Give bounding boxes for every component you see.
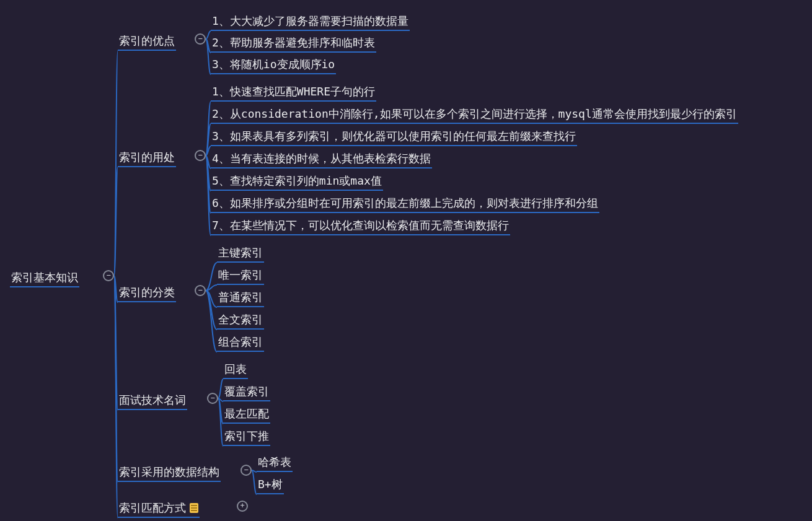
leaf-node-3-1[interactable]: 覆盖索引 — [223, 383, 270, 401]
leaf-node-1-1[interactable]: 2、从consideration中消除行,如果可以在多个索引之间进行选择，mys… — [211, 105, 738, 124]
branch-node-3[interactable]: 面试技术名词 — [118, 392, 187, 410]
leaf-node-3-2[interactable]: 最左匹配 — [223, 405, 270, 424]
branch-toggle-4[interactable]: − — [241, 465, 252, 476]
branch-node-2[interactable]: 索引的分类 — [118, 284, 176, 302]
branch-toggle-3[interactable]: − — [207, 393, 218, 404]
branch-toggle-1[interactable]: − — [195, 150, 206, 161]
root-node[interactable]: 索引基本知识 — [10, 269, 79, 287]
leaf-node-3-0[interactable]: 回表 — [223, 361, 248, 379]
leaf-node-2-2[interactable]: 普通索引 — [217, 289, 264, 307]
leaf-node-1-5[interactable]: 6、如果排序或分组时在可用索引的最左前缀上完成的，则对表进行排序和分组 — [211, 195, 599, 213]
leaf-node-2-3[interactable]: 全文索引 — [217, 311, 264, 330]
note-icon[interactable] — [190, 503, 198, 513]
branch-node-4[interactable]: 索引采用的数据结构 — [118, 463, 221, 482]
connector-lines — [0, 0, 812, 521]
leaf-node-1-6[interactable]: 7、在某些情况下，可以优化查询以检索值而无需查询数据行 — [211, 217, 510, 235]
branch-node-5[interactable]: 索引匹配方式 — [118, 499, 200, 518]
leaf-node-2-4[interactable]: 组合索引 — [217, 333, 264, 352]
leaf-node-0-0[interactable]: 1、大大减少了服务器需要扫描的数据量 — [211, 12, 410, 31]
leaf-node-1-2[interactable]: 3、如果表具有多列索引，则优化器可以使用索引的任何最左前缀来查找行 — [211, 128, 577, 146]
branch-toggle-5[interactable]: + — [237, 501, 248, 512]
leaf-node-4-0[interactable]: 哈希表 — [257, 453, 293, 472]
branch-node-0[interactable]: 索引的优点 — [118, 32, 176, 51]
leaf-node-0-2[interactable]: 3、将随机io变成顺序io — [211, 56, 336, 74]
leaf-node-3-3[interactable]: 索引下推 — [223, 427, 270, 446]
leaf-node-2-0[interactable]: 主键索引 — [217, 244, 264, 263]
root-toggle[interactable]: − — [103, 270, 114, 281]
branch-node-1[interactable]: 索引的用处 — [118, 149, 176, 167]
branch-toggle-2[interactable]: − — [195, 285, 206, 296]
leaf-node-4-1[interactable]: B+树 — [257, 476, 284, 494]
branch-toggle-0[interactable]: − — [195, 33, 206, 45]
leaf-node-1-3[interactable]: 4、当有表连接的时候，从其他表检索行数据 — [211, 150, 432, 169]
leaf-node-1-4[interactable]: 5、查找特定索引列的min或max值 — [211, 172, 383, 191]
leaf-node-0-1[interactable]: 2、帮助服务器避免排序和临时表 — [211, 34, 376, 53]
leaf-node-2-1[interactable]: 唯一索引 — [217, 266, 264, 285]
leaf-node-1-0[interactable]: 1、快速查找匹配WHERE子句的行 — [211, 83, 376, 102]
